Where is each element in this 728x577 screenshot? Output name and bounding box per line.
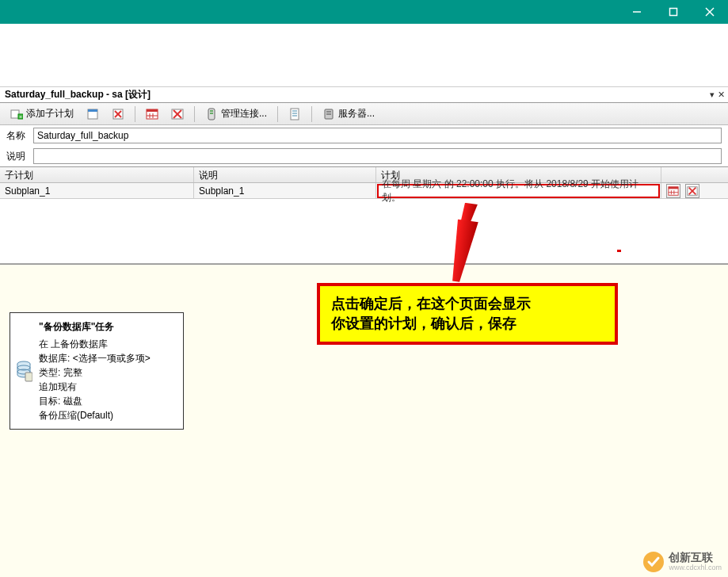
annotation-line1: 点击确定后，在这个页面会显示 xyxy=(331,296,531,311)
ribbon-area xyxy=(0,24,728,87)
watermark-brand: 创新互联 xyxy=(669,552,722,564)
delete-subplan-button[interactable] xyxy=(106,105,130,124)
remove-schedule-icon xyxy=(171,108,184,120)
servers-icon xyxy=(322,108,335,120)
cell-schedule[interactable]: 在每周 星期六 的 22:00:00 执行。将从 2018/8/29 开始使用计… xyxy=(376,183,661,198)
description-label: 说明 xyxy=(6,150,29,163)
svg-rect-1 xyxy=(670,9,677,16)
subplan-grid: 子计划 说明 计划 Subplan_1 Subplan_1 在每周 星期六 的 … xyxy=(0,167,728,199)
cell-description[interactable]: Subplan_1 xyxy=(194,183,376,198)
grid-header-description[interactable]: 说明 xyxy=(194,167,376,182)
manage-connections-label: 管理连接... xyxy=(221,107,267,120)
tab-close-icon[interactable]: ✕ xyxy=(718,90,725,100)
minimize-button[interactable] xyxy=(619,0,655,24)
schedule-edit-button[interactable] xyxy=(666,184,680,198)
servers-button[interactable]: 服务器... xyxy=(317,105,380,124)
annotation-callout: 点击确定后，在这个页面会显示 你设置的计划，确认后，保存 xyxy=(317,283,618,345)
svg-rect-23 xyxy=(291,109,299,120)
svg-rect-28 xyxy=(326,111,331,113)
subplan-properties-button[interactable] xyxy=(81,105,105,124)
watermark-logo-icon xyxy=(643,552,664,572)
description-input[interactable] xyxy=(33,148,722,164)
cell-subplan[interactable]: Subplan_1 xyxy=(0,183,194,198)
svg-rect-8 xyxy=(88,109,97,112)
watermark: 创新互联 www.cdcxhl.com xyxy=(643,552,722,572)
manage-connections-button[interactable]: 管理连接... xyxy=(200,105,273,124)
schedule-text-highlighted: 在每周 星期六 的 22:00:00 执行。将从 2018/8/29 开始使用计… xyxy=(377,184,660,198)
svg-rect-43 xyxy=(25,373,32,381)
properties-icon xyxy=(86,108,99,120)
window-titlebar xyxy=(0,0,728,24)
task-line: 类型: 完整 xyxy=(39,365,175,380)
document-tab-header: Saturday_full_backup - sa [设计] ▾ ✕ xyxy=(0,87,728,103)
design-surface[interactable]: 点击确定后，在这个页面会显示 你设置的计划，确认后，保存 "备份数据库"任务 在… xyxy=(0,264,728,577)
reporting-icon xyxy=(288,108,301,120)
reporting-button[interactable] xyxy=(283,105,307,124)
table-row[interactable]: Subplan_1 Subplan_1 在每周 星期六 的 22:00:00 执… xyxy=(0,183,728,199)
task-line: 目标: 磁盘 xyxy=(39,394,175,408)
add-subplan-icon: + xyxy=(10,108,23,120)
add-subplan-label: 添加子计划 xyxy=(26,107,74,120)
tab-dropdown-icon[interactable]: ▾ xyxy=(710,90,715,100)
close-button[interactable] xyxy=(692,0,728,24)
plan-form: 名称 说明 xyxy=(0,125,728,167)
connections-icon xyxy=(205,108,218,120)
watermark-url: www.cdcxhl.com xyxy=(669,564,722,572)
delete-icon xyxy=(112,108,124,120)
add-subplan-button[interactable]: + 添加子计划 xyxy=(5,105,79,124)
grid-header-subplan[interactable]: 子计划 xyxy=(0,167,194,182)
calendar-icon xyxy=(146,108,158,120)
task-line: 数据库: <选择一项或多项> xyxy=(39,351,175,365)
svg-rect-21 xyxy=(210,110,213,112)
name-label: 名称 xyxy=(6,129,29,143)
svg-text:+: + xyxy=(19,114,22,119)
designer-toolbar: + 添加子计划 管理连接... xyxy=(0,103,728,125)
calendar-button[interactable] xyxy=(140,105,164,124)
document-tab-title[interactable]: Saturday_full_backup - sa [设计] xyxy=(5,88,151,101)
name-input[interactable] xyxy=(33,128,722,143)
remove-schedule-button[interactable] xyxy=(166,105,189,124)
svg-rect-29 xyxy=(326,113,331,115)
maximize-button[interactable] xyxy=(655,0,692,24)
stray-mark xyxy=(617,250,621,252)
servers-label: 服务器... xyxy=(338,107,375,120)
svg-rect-22 xyxy=(210,113,213,114)
schedule-remove-button[interactable] xyxy=(685,184,699,198)
task-line: 追加现有 xyxy=(39,380,175,394)
svg-rect-31 xyxy=(669,186,678,189)
task-title: "备份数据库"任务 xyxy=(39,319,175,334)
database-task-icon xyxy=(15,360,32,382)
task-line: 备份压缩(Default) xyxy=(39,408,175,422)
task-line: 在 上备份数据库 xyxy=(39,337,175,351)
annotation-line2: 你设置的计划，确认后，保存 xyxy=(331,315,516,331)
backup-database-task[interactable]: "备份数据库"任务 在 上备份数据库 数据库: <选择一项或多项> 类型: 完整… xyxy=(10,312,184,430)
svg-rect-13 xyxy=(147,109,158,112)
